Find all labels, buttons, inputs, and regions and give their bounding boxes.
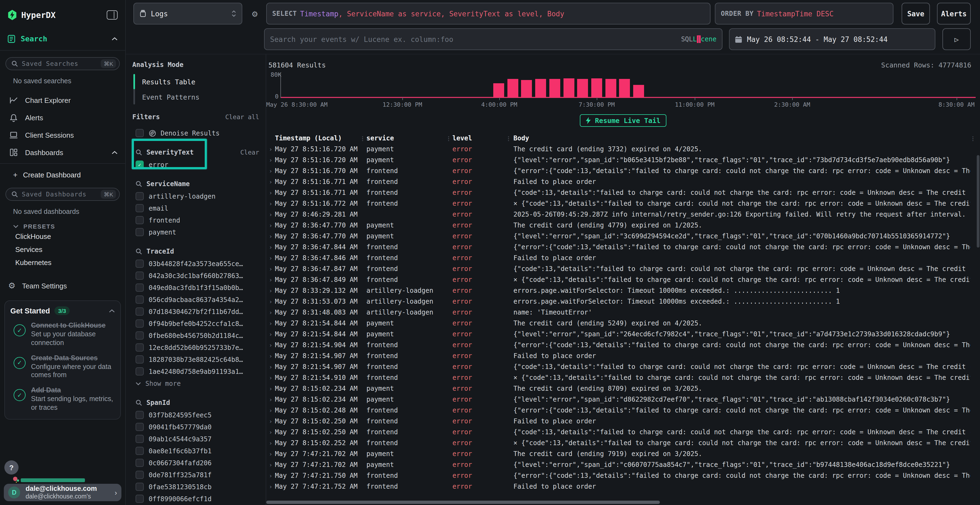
column-header-service[interactable]: service: [366, 134, 446, 142]
row-expander-icon[interactable]: ›: [266, 222, 275, 229]
resume-live-tail-button[interactable]: Resume Live Tail: [580, 114, 667, 127]
tab-results-table[interactable]: Results Table: [135, 74, 259, 89]
sidebar-item-team-settings[interactable]: ⚙ Team Settings: [8, 281, 118, 291]
row-expander-icon[interactable]: ›: [266, 407, 275, 414]
log-row[interactable]: › May 27 8:15:02.248 AM frontend error {…: [266, 405, 980, 416]
run-query-button[interactable]: ▷: [942, 28, 971, 50]
log-row[interactable]: › May 27 8:51:16.771 AM frontend error F…: [266, 176, 980, 187]
tab-event-patterns[interactable]: Event Patterns: [135, 89, 259, 105]
histogram-bar[interactable]: [521, 80, 532, 97]
row-expander-icon[interactable]: ›: [266, 178, 275, 185]
checkbox-unchecked[interactable]: [135, 216, 144, 224]
row-expander-icon[interactable]: ›: [266, 374, 275, 381]
filter-option-trace[interactable]: 042a30c3dc1baf660b27863…: [132, 270, 259, 281]
row-expander-icon[interactable]: ›: [266, 211, 275, 218]
sidebar-item-alerts[interactable]: Alerts: [0, 109, 125, 126]
log-row[interactable]: › May 27 8:21:54.907 AM frontend error F…: [266, 351, 980, 361]
log-row[interactable]: › May 27 8:36:47.770 AM payment error {"…: [266, 231, 980, 241]
get-started-item[interactable]: ✓ Add DataStart sending logs, metrics, o…: [10, 386, 115, 412]
sidebar-item-search[interactable]: Search: [8, 34, 118, 43]
presets-toggle[interactable]: PRESETS: [13, 223, 118, 230]
sidebar-collapse-icon[interactable]: [107, 10, 118, 20]
log-row[interactable]: › May 27 7:47:21.750 AM frontend error {…: [266, 470, 980, 481]
filter-option-span[interactable]: 0ff8990066efcf1d: [132, 493, 259, 505]
help-button[interactable]: ?: [4, 461, 19, 475]
histogram-bar[interactable]: [549, 79, 560, 97]
histogram-bar[interactable]: [507, 79, 518, 97]
filter-option-service[interactable]: email: [132, 202, 259, 214]
log-row[interactable]: › May 27 8:36:47.770 AM payment error Th…: [266, 220, 980, 231]
log-row[interactable]: › May 27 8:51:16.720 AM payment error Th…: [266, 144, 980, 154]
log-row[interactable]: › May 27 7:47:21.752 AM frontend error F…: [266, 481, 980, 492]
checkbox-unchecked[interactable]: [135, 308, 144, 316]
chevron-up-icon[interactable]: [109, 309, 115, 313]
log-row[interactable]: › May 27 8:15:02.252 AM frontend error ×…: [266, 438, 980, 448]
checkbox-unchecked[interactable]: [135, 284, 144, 292]
filter-option-service[interactable]: payment: [132, 226, 259, 238]
select-query-input[interactable]: SELECT Timestamp, ServiceName as service…: [266, 3, 711, 24]
log-row[interactable]: › May 27 8:51:16.720 AM payment error {"…: [266, 154, 980, 165]
filter-option-trace[interactable]: 0f94b9befe0b4252ccfa1c8…: [132, 318, 259, 329]
filter-option-trace[interactable]: 049ed0ac3fdb1f3f15a0b0b…: [132, 282, 259, 293]
filter-option-span[interactable]: 0ae8e1f6c6b37fb1: [132, 445, 259, 457]
row-expander-icon[interactable]: ›: [266, 440, 275, 446]
order-by-input[interactable]: ORDER BY TimestampTime DESC: [715, 3, 893, 24]
histogram-bar[interactable]: [619, 79, 630, 97]
user-account-chip[interactable]: D dale@clickhouse.com dale@clickhouse.co…: [4, 484, 121, 501]
filter-option-trace[interactable]: 03b44828f42a3573ea655ce…: [132, 258, 259, 269]
log-row[interactable]: › May 27 8:15:02.234 AM payment error {"…: [266, 394, 980, 405]
row-expander-icon[interactable]: ›: [266, 167, 275, 175]
log-row[interactable]: › May 27 8:21:54.904 AM frontend error {…: [266, 340, 980, 351]
row-expander-icon[interactable]: ›: [266, 200, 275, 207]
row-expander-icon[interactable]: ›: [266, 353, 275, 359]
log-row[interactable]: › May 27 8:31:53.073 AM artillery-loadge…: [266, 296, 980, 307]
save-button[interactable]: Save: [902, 3, 930, 24]
vertical-scrollbar[interactable]: [977, 155, 980, 248]
row-expander-icon[interactable]: ›: [266, 189, 275, 196]
filter-option-span[interactable]: 09ab1c4544c9a357: [132, 433, 259, 445]
checkbox-unchecked[interactable]: [135, 260, 144, 268]
filter-option-trace[interactable]: 12ec8dd52b60b9525733b7e…: [132, 342, 259, 353]
row-expander-icon[interactable]: ›: [266, 146, 275, 152]
row-expander-icon[interactable]: ›: [266, 472, 275, 479]
histogram-bar[interactable]: [591, 78, 602, 97]
search-icon[interactable]: [135, 399, 142, 406]
log-row[interactable]: › May 27 8:36:47.846 AM frontend error F…: [266, 252, 980, 264]
filter-option-service[interactable]: artillery-loadgen: [132, 191, 259, 202]
row-expander-icon[interactable]: ›: [266, 418, 275, 425]
checkbox-unchecked[interactable]: [135, 471, 144, 479]
checkbox-unchecked[interactable]: [135, 355, 144, 364]
log-row[interactable]: › May 27 8:21:54.910 AM frontend error ×…: [266, 372, 980, 383]
filter-option-trace[interactable]: 056cd9acbaac8637a4354a2…: [132, 294, 259, 305]
checkbox-unchecked[interactable]: [135, 129, 144, 137]
histogram-bar[interactable]: [577, 79, 588, 97]
row-expander-icon[interactable]: ›: [266, 265, 275, 272]
checkbox-unchecked[interactable]: [135, 332, 144, 340]
preset-link-kubernetes[interactable]: Kubernetes: [0, 256, 125, 269]
row-expander-icon[interactable]: ›: [266, 429, 275, 436]
search-icon[interactable]: [135, 181, 142, 187]
search-icon[interactable]: [135, 149, 142, 156]
checkbox-unchecked[interactable]: [135, 423, 144, 431]
checkbox-unchecked[interactable]: [135, 192, 144, 200]
histogram-bar[interactable]: [633, 85, 644, 97]
checkbox-unchecked[interactable]: [135, 272, 144, 280]
checkbox-unchecked[interactable]: [135, 343, 144, 351]
row-expander-icon[interactable]: ›: [266, 385, 275, 392]
log-row[interactable]: › May 27 8:31:48.083 AM artillery-loadge…: [266, 307, 980, 318]
row-expander-icon[interactable]: ›: [266, 320, 275, 327]
log-row[interactable]: › May 27 8:21:54.907 AM frontend error {…: [266, 361, 980, 372]
saved-searches-input[interactable]: Saved Searches ⌘K: [5, 57, 120, 70]
row-expander-icon[interactable]: ›: [266, 330, 275, 338]
filter-option-error[interactable]: ✓ error: [132, 159, 259, 170]
results-histogram[interactable]: 80K 0 May 26 8:30:00 AM12:30:00 PM4:00:0…: [266, 71, 977, 110]
denoise-results-option[interactable]: Denoise Results: [132, 127, 259, 139]
row-expander-icon[interactable]: ›: [266, 243, 275, 251]
column-drag-handle[interactable]: ⋮: [446, 135, 452, 141]
row-expander-icon[interactable]: ›: [266, 156, 275, 164]
search-icon[interactable]: [135, 248, 142, 255]
row-expander-icon[interactable]: ›: [266, 233, 275, 240]
histogram-bar[interactable]: [493, 83, 504, 97]
filter-option-span[interactable]: 0c0667304fafd206: [132, 457, 259, 468]
sidebar-item-dashboards[interactable]: Dashboards: [0, 144, 125, 161]
